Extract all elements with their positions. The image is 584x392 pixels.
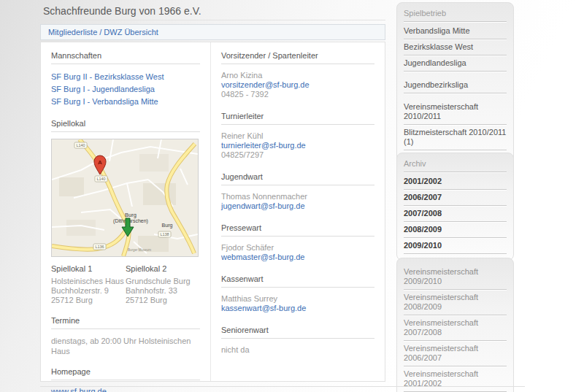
breadcrumb-link-mitgliederliste[interactable]: Mitgliederliste (48, 28, 97, 36)
section-title-spiellokal: Spiellokal (51, 119, 200, 132)
section-homepage: Homepage www.sf-burg.de (51, 367, 200, 392)
sidebar-panel-archiv: Archiv 2001/2002 2006/2007 2007/2008 200… (396, 153, 514, 261)
meister-item-2006-2007[interactable]: Vereinsmeisterschaft 2006/2007 (404, 341, 507, 366)
title-divider (40, 20, 385, 20)
venue-line: Holsteinisches Haus (51, 277, 126, 286)
contact-name: Matthias Surrey (221, 294, 374, 304)
termine-text: dienstags, ab 20:00 Uhr Holsteinischen H… (51, 336, 200, 356)
contact-name: Reiner Kühl (221, 131, 374, 141)
team-link-sf-burg-2[interactable]: SF Burg II - Bezirksklasse West (51, 71, 200, 83)
svg-text:Burg: Burg (125, 212, 137, 218)
main-content: Mannschaften SF Burg II - Bezirksklasse … (40, 42, 385, 382)
archiv-item-2008-2009[interactable]: 2008/2009 (404, 222, 507, 238)
section-title-homepage: Homepage (51, 367, 200, 380)
map-canvas: L140 L140 L138 L136 Burg (Dithmarschen) … (52, 139, 198, 256)
contact-phone: 04825 - 7392 (221, 90, 374, 99)
sidebar-item-vereinsmeisterschaft-2010-2011[interactable]: Vereinsmeisterschaft 2010/2011 (404, 99, 507, 125)
section-title-termine: Termine (51, 316, 200, 329)
meister-item-2007-2008[interactable]: Vereinsmeisterschaft 2007/2008 (404, 315, 507, 341)
map-block (139, 154, 169, 172)
svg-text:L136: L136 (95, 245, 104, 249)
svg-text:A: A (98, 159, 102, 166)
page-title: Schachfreunde Burg von 1966 e.V. (43, 5, 201, 17)
svg-text:L138: L138 (160, 232, 169, 237)
sidebar-item-verbandsliga-mitte[interactable]: Verbandsliga Mitte (404, 23, 507, 39)
contacts-column: Vorsitzender / Spartenleiter Arno Kizina… (210, 42, 385, 381)
venue-line: Buchholzerstr. 9 (51, 286, 126, 296)
sidebar-item-blitzmeisterschaft-2010-2011-1[interactable]: Blitzmeisterschaft 2010/2011 (1) (404, 125, 507, 150)
contact-name: Arno Kizina (221, 71, 374, 80)
team-link-sf-burg-1-verband[interactable]: SF Burg I - Verbandsliga Mitte (51, 96, 200, 108)
venue-line: Grundschule Burg (126, 277, 200, 286)
contact-name: nicht da (221, 345, 374, 355)
contact-title: Turnierleiter (221, 112, 374, 125)
archiv-item-2001-2002[interactable]: 2001/2002 (404, 174, 507, 190)
archiv-item-2009-2010[interactable]: 2009/2010 (404, 238, 507, 254)
sidebar-item-bezirksklasse-west[interactable]: Bezirksklasse West (404, 39, 507, 55)
breadcrumb-separator: / (97, 28, 104, 36)
section-spiellokal: Spiellokal (51, 119, 200, 305)
meister-item-2001-2002[interactable]: Vereinsmeisterschaft 2001/2002 (404, 366, 507, 392)
contact-name: Thomas Nonnenmacher (221, 192, 374, 201)
venue-addresses: Spiellokal 1 Holsteinisches Haus Buchhol… (51, 264, 200, 305)
contact-vorsitzender: Vorsitzender / Spartenleiter Arno Kizina… (221, 51, 374, 99)
venue-line: 25712 Burg (126, 296, 200, 305)
svg-text:L140: L140 (76, 143, 85, 147)
contact-seniorenwart: Seniorenwart nicht da (221, 326, 374, 355)
sidebar-panel-vereinsmeisterschaften: Vereinsmeisterschaft 2009/2010 Vereinsme… (396, 258, 514, 392)
contact-phone: 04825/7297 (221, 150, 374, 160)
contact-email-link[interactable]: vorsitzender@sf-burg.de (221, 80, 310, 89)
map-block (59, 177, 84, 196)
contact-title: Vorsitzender / Spartenleiter (221, 51, 374, 64)
contact-email-link[interactable]: kassenwart@sf-burg.de (221, 304, 306, 312)
section-title-mannschaften: Mannschaften (51, 51, 200, 64)
homepage-link[interactable]: www.sf-burg.de (51, 387, 107, 392)
contact-title: Seniorenwart (221, 326, 374, 339)
section-termine: Termine dienstags, ab 20:00 Uhr Holstein… (51, 316, 200, 356)
venue-name: Spiellokal 2 (126, 264, 200, 273)
sidebar-item-jugendlandesliga[interactable]: Jugendlandesliga (404, 55, 507, 72)
contact-title: Jugendwart (221, 172, 374, 185)
breadcrumb: Mitgliederliste/DWZ Übersicht (40, 24, 385, 40)
contact-name: Fjodor Schäfer (221, 243, 374, 253)
venue-name: Spiellokal 1 (51, 264, 126, 273)
contact-pressewart: Pressewart Fjodor Schäfer webmaster@sf-b… (221, 223, 374, 262)
contact-turnierleiter: Turnierleiter Reiner Kühl turnierleiter@… (221, 112, 374, 160)
section-mannschaften: Mannschaften SF Burg II - Bezirksklasse … (51, 51, 200, 108)
contact-title: Pressewart (221, 223, 374, 237)
venue-spiellokal-2: Spiellokal 2 Grundschule Burg Bahnhofstr… (126, 264, 200, 305)
contact-jugendwart: Jugendwart Thomas Nonnenmacher jugendwar… (221, 172, 374, 211)
venue-line: 25712 Burg (51, 296, 126, 305)
sidebar-item-jugendbezirksliga[interactable]: Jugendbezirksliga (404, 77, 507, 93)
venue-line: Bahnhofstr. 33 (126, 286, 200, 296)
map-block (143, 183, 176, 205)
svg-text:L140: L140 (96, 177, 105, 181)
breadcrumb-link-dwz-uebersicht[interactable]: DWZ Übersicht (104, 28, 158, 36)
contact-email-link[interactable]: turnierleiter@sf-burg.de (221, 141, 306, 150)
archiv-item-2006-2007[interactable]: 2006/2007 (404, 190, 507, 206)
meister-item-2009-2010[interactable]: Vereinsmeisterschaft 2009/2010 (404, 264, 507, 290)
contact-email-link[interactable]: jugendwart@sf-burg.de (221, 201, 305, 210)
venue-spiellokal-1: Spiellokal 1 Holsteinisches Haus Buchhol… (51, 264, 126, 305)
contact-email-link[interactable]: webmaster@sf-burg.de (221, 253, 305, 261)
map-embed[interactable]: L140 L140 L138 L136 Burg (Dithmarschen) … (51, 139, 199, 257)
svg-text:(Dithmarschen): (Dithmarschen) (113, 218, 148, 224)
club-info-column: Mannschaften SF Burg II - Bezirksklasse … (41, 42, 210, 381)
contact-kassenwart: Kassenwart Matthias Surrey kassenwart@sf… (221, 274, 374, 313)
svg-text:Burg: Burg (162, 223, 173, 228)
footer-divider (40, 386, 525, 387)
svg-text:Burger Museum: Burger Museum (128, 248, 151, 252)
meister-item-2008-2009[interactable]: Vereinsmeisterschaft 2008/2009 (404, 290, 507, 315)
contact-title: Kassenwart (221, 274, 374, 288)
archiv-item-2007-2008[interactable]: 2007/2008 (404, 206, 507, 222)
panel-title-spielbetrieb: Spielbetrieb (404, 9, 507, 22)
team-link-sf-burg-1-jugend[interactable]: SF Burg I - Jugendlandesliga (51, 83, 200, 96)
panel-title-archiv: Archiv (404, 159, 507, 172)
